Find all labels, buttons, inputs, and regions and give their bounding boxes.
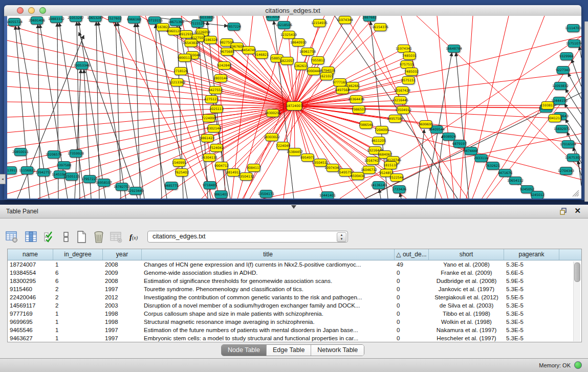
table-cell[interactable]: 22420046 (8, 293, 53, 301)
table-cell[interactable]: Changes of HCN gene expression and I(f) … (142, 260, 395, 269)
table-cell[interactable]: 9777169 (8, 310, 53, 318)
table-row[interactable]: 969969511998Structural magnetic resonanc… (8, 318, 581, 326)
table-cell[interactable]: Jankovic et al. (1997) (429, 285, 504, 293)
table-cell[interactable]: Estimation of significance thresholds fo… (142, 277, 395, 285)
table-row[interactable]: 1938455462009Genome-wide association stu… (8, 269, 581, 277)
table-cell[interactable]: Embryonic stem cells: a model to study s… (142, 334, 395, 342)
table-settings-button[interactable] (4, 229, 19, 245)
table-cell[interactable]: 18724007 (8, 260, 53, 269)
window-resize-grip[interactable] (571, 189, 579, 197)
table-row[interactable]: 946554611997Estimation of the future num… (8, 326, 581, 334)
network-window-titlebar[interactable]: citations_edges.txt (4, 5, 581, 16)
table-cell[interactable]: 0 (395, 326, 429, 334)
table-row[interactable]: 1872400712008Changes of HCN gene express… (8, 260, 581, 269)
column-header-year[interactable]: year (103, 249, 142, 260)
table-cell[interactable]: 2 (53, 301, 103, 310)
table-cell[interactable]: 1998 (103, 310, 142, 318)
select-columns-button[interactable] (24, 229, 39, 245)
tab-edge-table[interactable]: Edge Table (267, 345, 311, 356)
table-cell[interactable]: 0 (395, 318, 429, 326)
table-cell[interactable]: 1997 (103, 334, 142, 342)
table-cell[interactable]: 2008 (103, 260, 142, 269)
table-cell[interactable]: 1 (53, 260, 103, 269)
table-row[interactable]: 1830029562008Estimation of significance … (8, 277, 581, 285)
table-cell[interactable]: Wolkin et al. (1998) (429, 318, 504, 326)
table-cell[interactable]: Corpus callosum shape and size in male p… (142, 310, 395, 318)
column-header-name[interactable]: name (8, 249, 53, 260)
table-selector-combobox[interactable]: citations_edges.txt ▲▼ (147, 231, 348, 243)
table-cell[interactable]: 2 (53, 293, 103, 301)
table-cell[interactable]: 2008 (103, 277, 142, 285)
column-header-out_de[interactable]: △ out_de... (395, 249, 429, 260)
table-cell[interactable]: 49 (395, 260, 429, 269)
table-cell[interactable]: Yano et al. (2008) (429, 260, 504, 269)
table-cell[interactable]: 5.3E-5 (504, 326, 559, 334)
table-cell[interactable]: 9465546 (8, 326, 53, 334)
column-header-in_degree[interactable]: in_degree (53, 249, 103, 260)
tab-network-table[interactable]: Network Table (311, 345, 364, 356)
table-cell[interactable]: 1997 (103, 285, 142, 293)
table-cell[interactable]: 2012 (103, 293, 142, 301)
table-cell[interactable]: 6 (53, 269, 103, 277)
table-cell[interactable]: 0 (395, 301, 429, 310)
table-cell[interactable]: 9115460 (8, 285, 53, 293)
table-cell[interactable]: 1 (53, 318, 103, 326)
table-cell[interactable]: 0 (395, 285, 429, 293)
table-cell[interactable]: 9463627 (8, 334, 53, 342)
import-table-button[interactable] (108, 229, 124, 245)
merge-tables-button[interactable] (58, 229, 74, 245)
table-cell[interactable]: 5.6E-5 (504, 269, 559, 277)
table-cell[interactable]: 2 (53, 285, 103, 293)
table-cell[interactable]: 6 (53, 277, 103, 285)
tab-node-table[interactable]: Node Table (222, 345, 267, 356)
network-canvas[interactable]: 1872400714055724206914061988331221053287… (7, 16, 581, 199)
node-table[interactable]: namein_degreeyeartitle△ out_de...shortpa… (7, 249, 582, 342)
table-cell[interactable]: 5.9E-5 (504, 277, 559, 285)
table-cell[interactable]: 0 (395, 269, 429, 277)
table-cell[interactable]: 2003 (103, 301, 142, 310)
table-cell[interactable]: Dudbridge et al. (2008) (429, 277, 504, 285)
table-cell[interactable]: 1998 (103, 318, 142, 326)
panel-collapse-handle[interactable]: ◂ (0, 174, 6, 184)
table-row[interactable]: 1456911722003Disruption of a novel membe… (8, 301, 581, 310)
table-cell[interactable]: Nakamura et al. (1997) (429, 326, 504, 334)
table-cell[interactable]: Tourette syndrome. Phenomenology and cla… (142, 285, 395, 293)
table-cell[interactable]: Structural magnetic resonance image aver… (142, 318, 395, 326)
table-cell[interactable]: 14569117 (8, 301, 53, 310)
table-cell[interactable]: Hescheler et al. (1997) (429, 334, 504, 342)
delete-table-button[interactable] (91, 229, 106, 245)
network-graph-svg[interactable]: 1872400714055724206914061988331221053287… (7, 16, 581, 199)
table-cell[interactable]: 0 (395, 334, 429, 342)
splitter-handle-icon[interactable] (291, 205, 296, 209)
table-cell[interactable]: 19384554 (8, 269, 53, 277)
table-cell[interactable]: 9699695 (8, 318, 53, 326)
table-row[interactable]: 911546021997Tourette syndrome. Phenomeno… (8, 285, 581, 293)
network-view-window[interactable]: citations_edges.txt 18724007140557242069… (4, 5, 581, 200)
table-row[interactable]: 946362711997Embryonic stem cells: a mode… (8, 334, 581, 342)
table-cell[interactable]: 0 (395, 310, 429, 318)
table-cell[interactable]: Stergiakouli et al. (2012) (429, 293, 504, 301)
table-row[interactable]: 977716911998Corpus callosum shape and si… (8, 310, 581, 318)
table-cell[interactable]: Genome-wide association studies in ADHD. (142, 269, 395, 277)
table-cell[interactable]: 0 (395, 277, 429, 285)
table-vertical-scrollbar[interactable] (573, 261, 580, 341)
table-cell[interactable]: 18300295 (8, 277, 53, 285)
table-cell[interactable]: Tibbo et al. (1998) (429, 310, 504, 318)
table-cell[interactable]: 5.3E-5 (504, 260, 559, 269)
table-cell[interactable]: 1 (53, 326, 103, 334)
table-cell[interactable]: Disruption of a novel member of a sodium… (142, 301, 395, 310)
combobox-stepper-icon[interactable]: ▲▼ (337, 232, 346, 242)
scrollbar-thumb[interactable] (574, 262, 580, 282)
column-header-title[interactable]: title (142, 249, 395, 260)
column-header-short[interactable]: short (429, 249, 504, 260)
table-cell[interactable]: 1997 (103, 326, 142, 334)
select-rows-button[interactable] (42, 229, 57, 245)
close-panel-icon[interactable]: ✕ (574, 206, 581, 215)
table-cell[interactable]: Estimation of the future numbers of pati… (142, 326, 395, 334)
function-builder-button[interactable]: f(x) (126, 229, 141, 245)
table-cell[interactable]: 1 (53, 334, 103, 342)
table-cell[interactable]: 2009 (103, 269, 142, 277)
column-header-pagerank[interactable]: pagerank (504, 249, 559, 260)
table-cell[interactable]: 5.3E-5 (504, 285, 559, 293)
table-cell[interactable]: de Silva et al. (2003) (429, 301, 504, 310)
